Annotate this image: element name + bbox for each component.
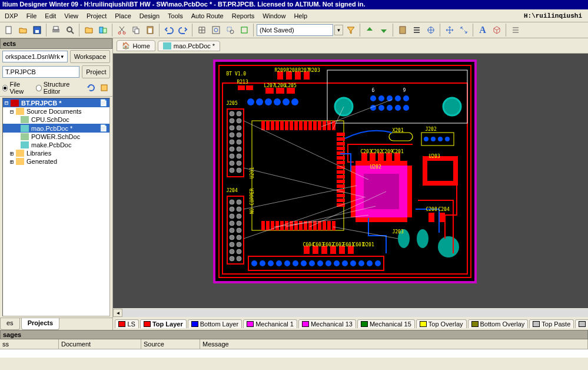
file-view-radio[interactable]: File View xyxy=(2,81,31,95)
svg-rect-110 xyxy=(290,121,293,130)
tab-projects[interactable]: Projects xyxy=(21,318,59,330)
saved-filter-dropdown[interactable]: (Not Saved) xyxy=(257,24,333,36)
menu-project[interactable]: Project xyxy=(87,12,107,19)
scroll-left-icon[interactable]: ◄ xyxy=(113,309,122,317)
zoom-select-icon[interactable] xyxy=(238,24,251,37)
save-icon[interactable] xyxy=(31,24,44,37)
3d-icon[interactable] xyxy=(490,24,503,37)
filter-icon[interactable] xyxy=(344,24,357,37)
svg-point-50 xyxy=(230,221,234,226)
col-class[interactable]: ss xyxy=(0,339,59,349)
svg-point-168 xyxy=(284,260,290,266)
open-icon[interactable] xyxy=(16,24,29,37)
devices-icon[interactable] xyxy=(97,24,109,37)
paste-icon[interactable] xyxy=(144,24,157,37)
svg-point-32 xyxy=(237,133,241,137)
project-button[interactable]: Project xyxy=(82,65,110,78)
layer-bott[interactable]: Bott xyxy=(575,319,588,328)
menu-edit[interactable]: Edit xyxy=(45,12,56,19)
menu-design[interactable]: Design xyxy=(139,12,160,19)
workspace-combo[interactable]: orkspace1.DsnWrk▼ xyxy=(2,51,68,62)
svg-rect-138 xyxy=(337,142,345,146)
svg-point-74 xyxy=(274,98,281,105)
svg-rect-115 xyxy=(313,121,317,130)
layer-bottom[interactable]: Bottom Layer xyxy=(188,319,242,328)
workspace-button[interactable]: Workspace xyxy=(70,50,111,63)
col-document[interactable]: Document xyxy=(59,339,141,349)
origin-icon[interactable] xyxy=(424,24,437,37)
svg-point-86 xyxy=(378,105,384,111)
horizontal-scrollbar[interactable]: ◄ ► xyxy=(113,308,588,318)
arrow-down-icon[interactable] xyxy=(377,24,390,37)
undo-icon[interactable] xyxy=(162,24,175,37)
redo-icon[interactable] xyxy=(177,24,190,37)
cut-icon[interactable] xyxy=(115,24,128,37)
text-icon[interactable]: A xyxy=(476,24,489,37)
expand-icon[interactable] xyxy=(457,24,470,37)
tree-generated[interactable]: ⊞Generated xyxy=(3,157,109,166)
menu-view[interactable]: View xyxy=(64,12,78,19)
tab-home[interactable]: 🏠Home xyxy=(117,40,155,51)
tree-libraries[interactable]: ⊞Libraries xyxy=(3,149,109,157)
menu-file[interactable]: File xyxy=(26,12,37,19)
more-icon[interactable] xyxy=(509,24,522,37)
messages-body[interactable] xyxy=(0,349,588,358)
layer-mech1[interactable]: Mechanical 1 xyxy=(243,319,297,328)
layer-mech13[interactable]: Mechanical 13 xyxy=(298,319,356,328)
copy-icon[interactable] xyxy=(129,24,142,37)
label-bt: BT V1.0 xyxy=(226,71,246,77)
menu-autoroute[interactable]: Auto Route xyxy=(191,12,224,19)
refresh-icon[interactable] xyxy=(85,82,97,93)
svg-point-47 xyxy=(237,207,241,212)
label-u201: U201 xyxy=(250,167,255,179)
clipboard-icon[interactable] xyxy=(396,24,409,37)
menu-help[interactable]: Help xyxy=(294,12,307,19)
arrow-up-icon[interactable] xyxy=(363,24,376,37)
layer-mech15[interactable]: Mechanical 15 xyxy=(357,319,415,328)
messages-panel: sages ss Document Source Message xyxy=(0,330,588,358)
menu-tools[interactable]: Tools xyxy=(168,12,183,19)
svg-point-35 xyxy=(230,147,234,151)
layer-top-overlay[interactable]: Top Overlay xyxy=(416,319,467,328)
tree-power-schdoc[interactable]: POWER.SchDoc xyxy=(3,133,109,141)
col-message[interactable]: Message xyxy=(200,339,588,349)
label-j205: J205 xyxy=(226,101,237,106)
layer-ls[interactable]: LS xyxy=(115,319,138,328)
col-source[interactable]: Source xyxy=(141,339,200,349)
tab-mao-pcbdoc[interactable]: mao.PcbDoc * xyxy=(158,41,220,51)
tree-source-docs[interactable]: ⊟Source Documents xyxy=(3,107,109,115)
zoom-region-icon[interactable] xyxy=(224,24,237,37)
list-icon[interactable] xyxy=(410,24,423,37)
new-icon[interactable] xyxy=(2,24,15,37)
menu-window[interactable]: Window xyxy=(263,12,285,19)
project-tree[interactable]: ⊟BT.PRJPCB *📄 ⊟Source Documents CPU.SchD… xyxy=(2,98,110,316)
print-icon[interactable] xyxy=(49,24,62,37)
pcb-viewport[interactable]: BT V1.0 J205 J204 R209 R208 R207 R203 R2… xyxy=(113,54,588,308)
preview-icon[interactable] xyxy=(64,24,77,37)
menu-place[interactable]: Place xyxy=(115,12,131,19)
scroll-track[interactable] xyxy=(122,309,588,317)
tree-project-root[interactable]: ⊟BT.PRJPCB *📄 xyxy=(3,98,109,107)
svg-point-76 xyxy=(291,98,298,105)
tab-files[interactable]: es xyxy=(0,318,20,330)
zoom-fit-icon[interactable] xyxy=(210,24,222,37)
svg-rect-155 xyxy=(356,217,407,222)
structure-editor-radio[interactable]: Structure Editor xyxy=(36,81,81,95)
layer-top[interactable]: Top Layer xyxy=(140,319,187,328)
svg-rect-112 xyxy=(299,121,303,130)
svg-point-26 xyxy=(237,111,241,116)
layer-top-paste[interactable]: Top Paste xyxy=(529,319,574,328)
settings-icon[interactable] xyxy=(98,82,110,93)
svg-point-45 xyxy=(237,200,241,204)
move-icon[interactable] xyxy=(443,24,456,37)
menu-dxp[interactable]: DXP xyxy=(5,12,18,19)
tree-cpu-schdoc[interactable]: CPU.SchDoc xyxy=(3,115,109,124)
layer-bottom-overlay[interactable]: Bottom Overlay xyxy=(468,319,529,328)
menu-reports[interactable]: Reports xyxy=(232,12,255,19)
tree-mao-pcbdoc[interactable]: mao.PcbDoc *📄 xyxy=(3,124,109,133)
dropdown-arrow-icon[interactable]: ▼ xyxy=(334,25,343,35)
tree-make-pcbdoc[interactable]: make.PcbDoc xyxy=(3,141,109,149)
project-field[interactable]: T.PRJPCB xyxy=(2,66,79,78)
folder-icon[interactable] xyxy=(82,24,95,37)
grid-icon[interactable] xyxy=(195,24,208,37)
